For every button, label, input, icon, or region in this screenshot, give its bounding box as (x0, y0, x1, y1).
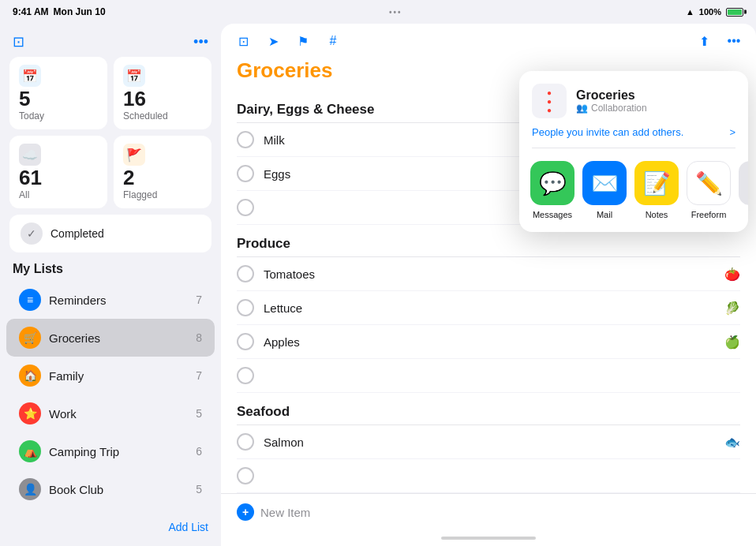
section-seafood: Seafood (237, 393, 740, 425)
sidebar-top-bar: ⊡ ••• (0, 30, 221, 57)
add-list-label: Add List (168, 521, 208, 533)
completed-row[interactable]: ✓ Completed (9, 215, 211, 252)
scheduled-icon: 📅 (123, 65, 145, 87)
notes-label: Notes (646, 210, 668, 219)
sidebar-item-family[interactable]: 🏠 Family 7 (6, 357, 215, 395)
sidebar-more-icon[interactable]: ••• (193, 34, 208, 50)
smart-card-flagged[interactable]: 🚩 2 Flagged (114, 136, 211, 208)
mail-icon: ✉️ (582, 161, 627, 205)
date-display: Mon Jun 10 (54, 6, 106, 17)
share-popup-invite[interactable]: People you invite can add others. > (519, 126, 748, 148)
work-name: Work (49, 407, 188, 421)
family-icon: 🏠 (19, 365, 41, 387)
flag-icon[interactable]: ⚑ (294, 32, 313, 50)
share-app-notes[interactable]: 📝 Notes (633, 161, 680, 219)
mail-label: Mail (597, 210, 612, 219)
item-checkbox-dairy-empty[interactable] (237, 199, 254, 216)
completed-icon: ✓ (21, 223, 43, 245)
main-content: ⊡ ➤ ⚑ # ⬆ ••• Groceries Dairy, Eggs & Ch… (221, 24, 756, 546)
camping-count: 6 (196, 445, 202, 458)
share-popup-list-icon: ●●● (532, 84, 567, 118)
battery-icon (726, 8, 743, 17)
item-emoji-lettuce: 🥬 (724, 301, 740, 316)
list-item: Tomatoes 🍅 (237, 257, 740, 291)
all-count: 61 (19, 167, 98, 188)
sidebar-item-groceries[interactable]: 🛒 Groceries 8 (6, 319, 215, 357)
share-app-messages[interactable]: 💬 Messages (529, 161, 576, 219)
add-list-row[interactable]: Add List (0, 514, 221, 540)
sidebar-toggle-icon[interactable]: ⊡ (13, 33, 24, 50)
smart-cards: 📅 5 Today 📅 16 Scheduled ☁️ 61 All (0, 57, 221, 215)
main-toolbar: ⊡ ➤ ⚑ # ⬆ ••• (221, 24, 756, 55)
wifi-icon: ▲ (686, 7, 694, 17)
my-lists-header: My Lists (0, 259, 221, 281)
work-count: 5 (196, 407, 202, 420)
share-icon[interactable]: ⬆ (694, 32, 713, 50)
status-left: 9:41 AM Mon Jun 10 (13, 6, 106, 17)
status-center (389, 6, 402, 17)
center-dots-icon (389, 6, 402, 17)
smart-card-today[interactable]: 📅 5 Today (9, 57, 107, 129)
camping-name: Camping Trip (49, 445, 188, 458)
today-label: Today (19, 110, 98, 122)
list-item (237, 459, 740, 493)
share-app-more[interactable]: ••• (737, 161, 748, 219)
all-icon: ☁️ (19, 144, 41, 166)
completed-label: Completed (51, 227, 104, 240)
scheduled-count: 16 (123, 88, 202, 109)
add-item-plus-icon: + (237, 503, 254, 521)
item-checkbox-salmon[interactable] (237, 433, 254, 451)
reminders-icon: ≡ (19, 289, 41, 311)
item-emoji-tomatoes: 🍅 (724, 267, 740, 282)
tag-icon[interactable]: # (324, 32, 342, 50)
item-checkbox-tomatoes[interactable] (237, 265, 254, 282)
list-item (237, 359, 740, 393)
item-emoji-salmon: 🐟 (724, 435, 740, 450)
notes-icon: 📝 (634, 161, 679, 205)
groceries-count: 8 (196, 331, 202, 344)
item-checkbox-seafood-empty[interactable] (237, 467, 254, 484)
share-popup-subtitle: 👥 Collaboration (576, 103, 647, 114)
family-count: 7 (196, 369, 202, 382)
home-indicator (221, 530, 756, 546)
all-label: All (19, 189, 98, 200)
more-apps-icon: ••• (739, 161, 748, 205)
location-icon[interactable]: ➤ (264, 32, 283, 50)
scan-icon[interactable]: ⊡ (234, 32, 253, 50)
add-item-label: New Item (260, 506, 310, 519)
flagged-label: Flagged (123, 189, 202, 200)
share-app-freeform[interactable]: ✏️ Freeform (685, 161, 732, 219)
battery-label: 100% (699, 7, 721, 17)
freeform-icon: ✏️ (687, 161, 731, 205)
item-checkbox-apples[interactable] (237, 333, 254, 350)
item-checkbox-produce-empty[interactable] (237, 367, 254, 384)
sidebar-item-work[interactable]: ⭐ Work 5 (6, 395, 215, 432)
share-popup: ●●● Groceries 👥 Collaboration People you… (519, 71, 748, 232)
groceries-icon: 🛒 (19, 327, 41, 349)
list-item: Salmon 🐟 (237, 425, 740, 459)
share-apps: 💬 Messages ✉️ Mail 📝 Notes ✏️ Freeform •… (519, 148, 748, 232)
flagged-count: 2 (123, 167, 202, 188)
today-icon: 📅 (19, 65, 41, 87)
item-checkbox-lettuce[interactable] (237, 299, 254, 316)
list-item: Apples 🍏 (237, 325, 740, 359)
item-checkbox-milk[interactable] (237, 131, 254, 148)
bookclub-name: Book Club (49, 483, 188, 496)
share-app-mail[interactable]: ✉️ Mail (581, 161, 628, 219)
add-item-row[interactable]: + New Item (221, 493, 756, 530)
item-name-salmon: Salmon (264, 436, 715, 449)
app-container: ⊡ ••• 📅 5 Today 📅 16 Scheduled ☁️ (0, 24, 756, 546)
sidebar-item-camping[interactable]: ⛺ Camping Trip 6 (6, 432, 215, 470)
smart-card-scheduled[interactable]: 📅 16 Scheduled (114, 57, 211, 129)
freeform-label: Freeform (691, 210, 727, 219)
sidebar-item-reminders[interactable]: ≡ Reminders 7 (6, 281, 215, 319)
flagged-icon: 🚩 (123, 144, 145, 166)
item-checkbox-eggs[interactable] (237, 165, 254, 182)
sidebar-item-bookclub[interactable]: 👤 Book Club 5 (6, 470, 215, 508)
camping-icon: ⛺ (19, 440, 41, 462)
status-bar: 9:41 AM Mon Jun 10 ▲ 100% (0, 0, 756, 24)
more-icon[interactable]: ••• (724, 32, 743, 50)
smart-card-all[interactable]: ☁️ 61 All (9, 136, 107, 208)
status-right: ▲ 100% (686, 7, 743, 17)
share-popup-info: Groceries 👥 Collaboration (576, 88, 647, 114)
